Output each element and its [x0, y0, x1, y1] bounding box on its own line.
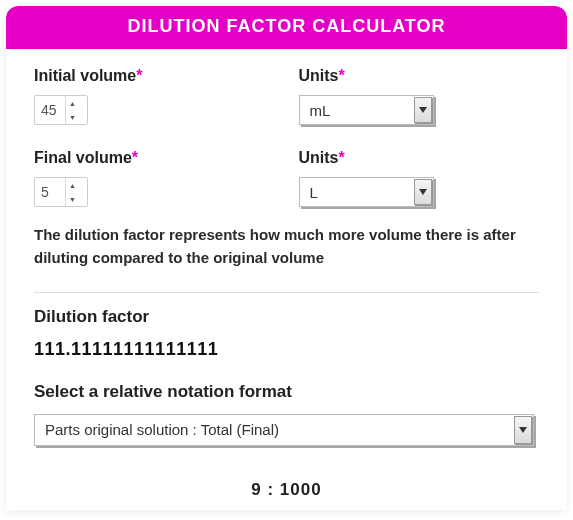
- card-header: DILUTION FACTOR CALCULATOR: [6, 6, 567, 49]
- spinner-initial-volume[interactable]: ▲ ▼: [65, 96, 79, 124]
- spinner-final-volume[interactable]: ▲ ▼: [65, 178, 79, 206]
- required-marker: *: [136, 67, 142, 84]
- card-body: Initial volume* ▲ ▼ Units* mL: [6, 49, 567, 510]
- required-marker: *: [339, 67, 345, 84]
- svg-marker-1: [419, 189, 427, 195]
- label-initial-volume: Initial volume*: [34, 67, 275, 85]
- value-ratio-result: 9 : 1000: [34, 480, 539, 500]
- card-title: DILUTION FACTOR CALCULATOR: [128, 16, 446, 36]
- select-notation-value: Parts original solution : Total (Final): [34, 414, 534, 446]
- input-final-volume-wrap[interactable]: ▲ ▼: [34, 177, 88, 207]
- calculator-card: DILUTION FACTOR CALCULATOR Initial volum…: [6, 6, 567, 510]
- description-text: The dilution factor represents how much …: [34, 223, 539, 270]
- input-final-volume[interactable]: [35, 178, 65, 206]
- chevron-up-icon[interactable]: ▲: [66, 178, 79, 192]
- chevron-up-icon[interactable]: ▲: [66, 96, 79, 110]
- col-final-volume: Final volume* ▲ ▼: [34, 149, 275, 207]
- value-dilution-factor: 111.11111111111111: [34, 339, 539, 360]
- dropdown-caret-icon[interactable]: [514, 416, 532, 444]
- label-final-volume: Final volume*: [34, 149, 275, 167]
- label-initial-units: Units*: [299, 67, 540, 85]
- select-final-units[interactable]: L: [299, 177, 434, 207]
- chevron-down-icon[interactable]: ▼: [66, 110, 79, 124]
- divider: [34, 292, 539, 293]
- row-final: Final volume* ▲ ▼ Units* L: [34, 149, 539, 207]
- dropdown-caret-icon[interactable]: [414, 179, 432, 205]
- col-initial-units: Units* mL: [299, 67, 540, 125]
- input-initial-volume-wrap[interactable]: ▲ ▼: [34, 95, 88, 125]
- svg-marker-0: [419, 107, 427, 113]
- select-notation-format[interactable]: Parts original solution : Total (Final): [34, 414, 534, 446]
- col-initial-volume: Initial volume* ▲ ▼: [34, 67, 275, 125]
- col-final-units: Units* L: [299, 149, 540, 207]
- svg-marker-2: [519, 427, 527, 433]
- label-notation-format: Select a relative notation format: [34, 382, 539, 402]
- label-final-units: Units*: [299, 149, 540, 167]
- chevron-down-icon[interactable]: ▼: [66, 192, 79, 206]
- required-marker: *: [339, 149, 345, 166]
- label-dilution-factor: Dilution factor: [34, 307, 539, 327]
- input-initial-volume[interactable]: [35, 96, 65, 124]
- required-marker: *: [132, 149, 138, 166]
- select-initial-units[interactable]: mL: [299, 95, 434, 125]
- dropdown-caret-icon[interactable]: [414, 97, 432, 123]
- row-initial: Initial volume* ▲ ▼ Units* mL: [34, 67, 539, 125]
